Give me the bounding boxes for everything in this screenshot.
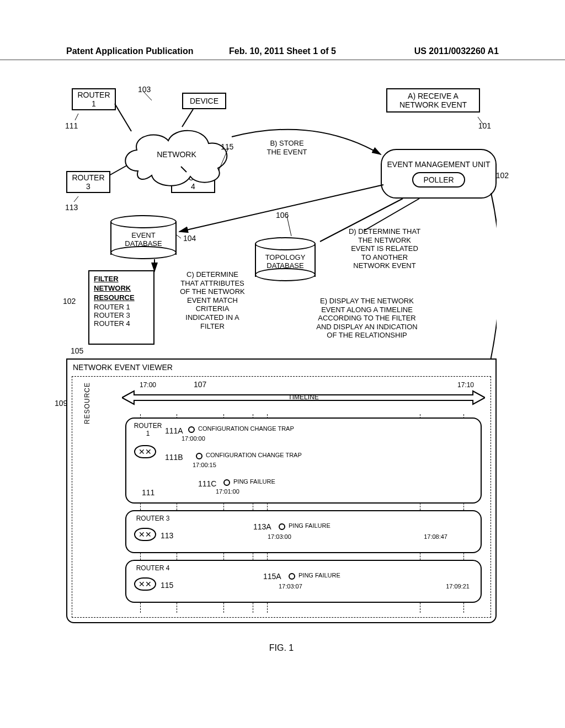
topology-database: TOPOLOGY DATABASE bbox=[255, 237, 316, 281]
event-db-label: EVENT DATABASE bbox=[110, 232, 177, 248]
filter-panel: FILTER NETWORK RESOURCE ROUTER 1 ROUTER … bbox=[88, 270, 154, 345]
lane-router-1: ROUTER 1 ✕✕ 111 111A CONFIGURATION CHANG… bbox=[125, 417, 482, 504]
step-c-text: C) DETERMINE THAT ATTRIBUTES OF THE NETW… bbox=[180, 270, 244, 330]
timeline-label: TIMELINE bbox=[288, 393, 318, 401]
router-icon: ✕✕ bbox=[134, 445, 156, 458]
filter-row: ROUTER 4 bbox=[94, 319, 149, 328]
viewer-title: NETWORK EVENT VIEWER bbox=[67, 360, 495, 375]
page-header: Patent Application Publication Feb. 10, … bbox=[0, 46, 565, 56]
ref-115: 115 bbox=[221, 142, 233, 151]
filter-row: ROUTER 1 bbox=[94, 303, 149, 311]
ref-115-icon: 115 bbox=[161, 581, 173, 590]
event-database: EVENT DATABASE bbox=[110, 215, 177, 259]
ref-115A: 115A bbox=[263, 572, 281, 581]
event-111b-label: CONFIGURATION CHANGE TRAP bbox=[206, 452, 302, 458]
ref-113-icon: 113 bbox=[161, 531, 173, 540]
ref-102: 102 bbox=[496, 171, 509, 180]
event-dot bbox=[223, 479, 230, 486]
lane-router-4: ROUTER 4 ✕✕ 115 115A PING FAILURE 17:03:… bbox=[125, 560, 482, 603]
event-113a-time: 17:03:00 bbox=[268, 533, 291, 540]
router-1-label: ROUTER 1 bbox=[77, 90, 110, 108]
device-label: DEVICE bbox=[190, 97, 218, 105]
timeline-start: 17:00 bbox=[140, 381, 156, 389]
svg-line-14 bbox=[177, 235, 181, 238]
event-115a-label: PING FAILURE bbox=[299, 572, 340, 579]
topology-db-label: TOPOLOGY DATABASE bbox=[255, 254, 316, 270]
step-c-label: C) DETERMINE THAT ATTRIBUTES OF THE NETW… bbox=[171, 270, 254, 330]
event-115a-time: 17:03:07 bbox=[279, 583, 302, 590]
filter-col2: RESOURCE bbox=[94, 293, 149, 302]
step-a-box: A) RECEIVE A NETWORK EVENT bbox=[386, 88, 480, 113]
ref-111C: 111C bbox=[198, 479, 216, 488]
ref-111-icon: 111 bbox=[142, 488, 154, 497]
event-111a-time: 17:00:00 bbox=[182, 435, 205, 442]
ref-109: 109 bbox=[55, 399, 67, 408]
filter-heading: FILTER bbox=[94, 275, 149, 283]
event-dot bbox=[289, 573, 295, 580]
network-label: NETWORK bbox=[116, 150, 237, 159]
poller-label: POLLER bbox=[423, 175, 454, 184]
event-111b-time: 17:00:15 bbox=[193, 462, 216, 468]
lane-router-3: ROUTER 3 ✕✕ 113 113A PING FAILURE 17:03:… bbox=[125, 510, 482, 553]
event-management-unit: EVENT MANAGEMENT UNIT POLLER bbox=[381, 149, 497, 199]
network-event-viewer: NETWORK EVENT VIEWER RESOURCE 109 17:00 … bbox=[66, 358, 497, 623]
step-d-text: D) DETERMINE THAT THE NETWORK EVENT IS R… bbox=[349, 227, 420, 270]
step-b-label: B) STORE THE EVENT bbox=[259, 139, 315, 156]
step-d-label: D) DETERMINE THAT THE NETWORK EVENT IS R… bbox=[338, 227, 431, 270]
event-111c-time: 17:01:00 bbox=[216, 488, 239, 495]
svg-line-10 bbox=[74, 196, 78, 202]
filter-col1: NETWORK bbox=[94, 284, 149, 292]
lane-name-r4: ROUTER 4 bbox=[131, 564, 175, 572]
router-1-box: ROUTER 1 bbox=[72, 88, 116, 110]
ref-113: 113 bbox=[65, 203, 78, 212]
pub-right: US 2011/0032260 A1 bbox=[414, 46, 499, 56]
network-cloud: NETWORK bbox=[116, 121, 237, 193]
ref-106: 106 bbox=[276, 211, 289, 220]
filter-row: ROUTER 3 bbox=[94, 311, 149, 319]
step-a-label: A) RECEIVE A NETWORK EVENT bbox=[399, 92, 467, 109]
ref-102b: 102 bbox=[63, 297, 76, 306]
step-b-text: B) STORE THE EVENT bbox=[267, 139, 307, 156]
event-dot bbox=[279, 523, 285, 530]
header-rule bbox=[0, 60, 565, 60]
resource-axis-label: RESOURCE bbox=[83, 382, 91, 424]
step-e-label: E) DISPLAY THE NETWORK EVENT ALONG A TIM… bbox=[303, 297, 430, 340]
router-3-label: ROUTER 3 bbox=[72, 173, 104, 191]
ref-103: 103 bbox=[138, 85, 151, 94]
emu-title: EVENT MANAGEMENT UNIT bbox=[387, 160, 491, 169]
svg-line-9 bbox=[75, 114, 78, 120]
event-113a-end-time: 17:08:47 bbox=[424, 533, 447, 540]
ref-101: 101 bbox=[478, 121, 491, 130]
figure-1: ROUTER 1 DEVICE ROUTER 3 ROUTER 4 NETWOR… bbox=[66, 88, 497, 640]
pub-left: Patent Application Publication bbox=[66, 46, 194, 56]
ref-104: 104 bbox=[183, 234, 196, 243]
router-icon: ✕✕ bbox=[134, 528, 156, 541]
ref-111: 111 bbox=[65, 121, 78, 130]
ref-105: 105 bbox=[71, 346, 83, 355]
viewer-inner: RESOURCE 109 17:00 17:10 107 TIMELINE bbox=[72, 376, 491, 618]
svg-line-7 bbox=[364, 199, 419, 231]
figure-label: FIG. 1 bbox=[269, 643, 294, 653]
pub-center: Feb. 10, 2011 Sheet 1 of 5 bbox=[229, 46, 336, 56]
router-icon: ✕✕ bbox=[134, 577, 156, 591]
ref-113A: 113A bbox=[253, 522, 271, 531]
timeline-grid: ROUTER 1 ✕✕ 111 111A CONFIGURATION CHANG… bbox=[122, 414, 485, 613]
event-dot bbox=[188, 426, 195, 433]
ref-111B: 111B bbox=[165, 453, 183, 462]
ref-111A: 111A bbox=[165, 426, 183, 435]
timeline-header: 17:00 17:10 107 TIMELINE bbox=[122, 381, 485, 414]
device-box: DEVICE bbox=[182, 93, 226, 109]
step-e-text: E) DISPLAY THE NETWORK EVENT ALONG A TIM… bbox=[316, 297, 418, 339]
event-111c-label: PING FAILURE bbox=[233, 478, 275, 485]
lane-name-r1: ROUTER 1 bbox=[131, 422, 165, 437]
lane-name-r3: ROUTER 3 bbox=[131, 515, 175, 522]
poller-box: POLLER bbox=[412, 172, 465, 188]
event-115a-end-time: 17:09:21 bbox=[446, 583, 470, 590]
event-113a-label: PING FAILURE bbox=[289, 522, 331, 529]
event-dot bbox=[196, 453, 202, 459]
ref-107: 107 bbox=[194, 380, 206, 389]
event-111a-label: CONFIGURATION CHANGE TRAP bbox=[198, 425, 294, 432]
router-3-box: ROUTER 3 bbox=[66, 171, 110, 193]
timeline-end: 17:10 bbox=[457, 381, 474, 389]
